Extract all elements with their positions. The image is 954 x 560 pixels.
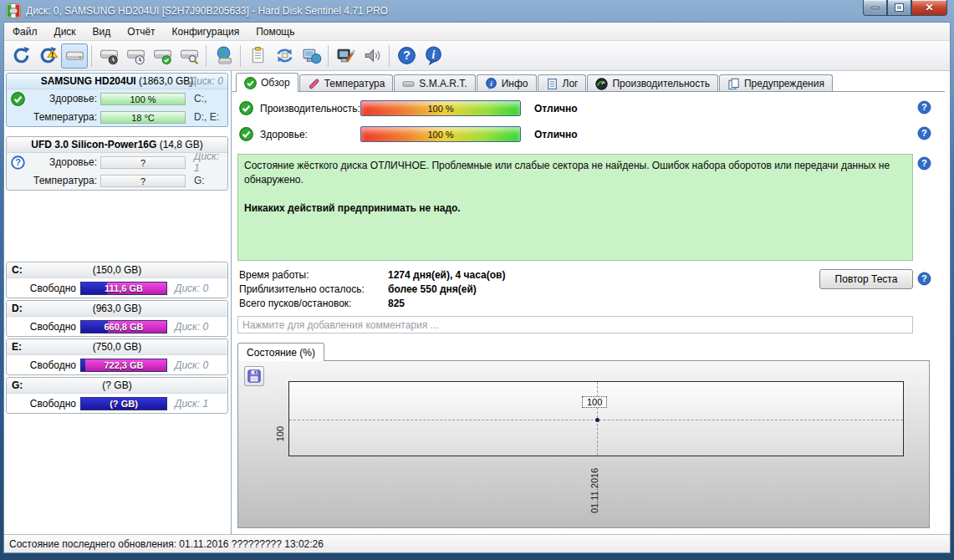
help-icon[interactable]: ?	[916, 155, 932, 171]
toolbar-separator	[91, 45, 92, 67]
tab-info[interactable]: i Инфо	[477, 74, 537, 92]
title-bar: Диск: 0, SAMSUNG HD204UI [S2H7J90B205633…	[0, 0, 954, 22]
comment-input[interactable]	[237, 316, 913, 333]
restore-button[interactable]	[887, 0, 911, 16]
disk-size: (14,8 GB)	[160, 139, 203, 150]
info-icon: i	[423, 45, 444, 66]
network-computer-icon	[301, 45, 322, 66]
x-axis-label: 01.11.2016	[589, 461, 599, 513]
performance-status: Отлично	[534, 103, 578, 115]
performance-label: Производительность:	[260, 103, 354, 115]
disk-item-ufd[interactable]: UFD 3.0 Silicon-Power16G (14,8 GB) ? Здо…	[6, 136, 228, 191]
disk-short-test-button[interactable]	[95, 43, 122, 69]
data-point-label: 100	[582, 396, 607, 408]
refresh-button[interactable]	[8, 43, 34, 69]
menu-bar: Файл Диск Вид Отчёт Конфигурация Помощь	[4, 23, 950, 41]
disk-health-row: ? Здоровье: ? Диск: 1	[7, 153, 227, 171]
disk-health-row: Здоровье: 100 % C:,	[7, 89, 227, 108]
disk-check-icon	[152, 45, 173, 66]
disk-item-samsung[interactable]: SAMSUNG HD204UI (1863,0 GB) Диск: 0 Здор…	[6, 73, 228, 127]
network-disks-button[interactable]	[210, 43, 237, 69]
menu-report[interactable]: Отчёт	[119, 23, 163, 40]
tab-label: Инфо	[502, 78, 528, 89]
disk-number: Диск: 1	[189, 150, 223, 174]
alerts-refresh-button[interactable]	[34, 43, 61, 69]
free-space-value: 722,3 GB	[81, 359, 166, 372]
stat-value: 1274 дня(ей), 4 часа(ов)	[388, 269, 505, 281]
save-chart-button[interactable]	[244, 366, 264, 386]
disk-dark-clock-icon	[99, 45, 120, 66]
menu-disk[interactable]: Диск	[46, 23, 84, 40]
send-report-button[interactable]	[271, 43, 298, 69]
refresh-warning-icon	[38, 45, 59, 66]
help-icon[interactable]: ?	[916, 99, 932, 115]
tab-log[interactable]: Лог	[538, 74, 587, 92]
free-space-value: 111,6 GB	[81, 283, 166, 295]
minimize-button[interactable]	[863, 0, 887, 16]
app-logo-icon	[6, 3, 21, 18]
help-button[interactable]: ?	[393, 43, 420, 69]
menu-help[interactable]: Помощь	[247, 23, 303, 40]
free-space-bar: (? GB)	[80, 397, 167, 410]
client-area: Файл Диск Вид Отчёт Конфигурация Помощь	[3, 22, 951, 553]
tab-label: Производительность	[612, 78, 709, 89]
stat-value: более 550 дня(ей)	[388, 283, 477, 295]
tab-overview[interactable]: Обзор	[236, 73, 298, 92]
tab-alerts[interactable]: Предупреждения	[719, 74, 833, 92]
remote-monitoring-button[interactable]	[298, 43, 324, 69]
chart-tab-status[interactable]: Состояние (%)	[237, 343, 324, 361]
tab-label: Предупреждения	[744, 78, 824, 89]
partition-item-d[interactable]: (963,0 GB) D: Свободно 660,8 GB Диск: 0	[6, 300, 228, 337]
disk-icon	[64, 45, 85, 66]
help-icon: ?	[396, 45, 417, 66]
report-button[interactable]	[244, 43, 271, 69]
free-label: Свободно	[11, 398, 76, 410]
partition-header: (963,0 GB) D:	[7, 301, 227, 317]
drive-letters: C:,	[189, 93, 223, 104]
partition-item-g[interactable]: (? GB) G: Свободно (? GB) Диск: 1	[6, 377, 228, 414]
sounds-button[interactable]	[359, 43, 385, 69]
close-button[interactable]: ✕	[911, 0, 947, 16]
ok-check-icon	[244, 77, 257, 89]
ok-check-icon	[239, 127, 253, 141]
temp-label: Температура:	[28, 175, 97, 186]
close-icon: ✕	[925, 2, 933, 13]
health-label: Здоровье:	[28, 156, 97, 168]
stat-row-power-on: Время работы: 1274 дня(ей), 4 часа(ов)	[239, 269, 505, 281]
status-action-text: Никаких действий предпринимать не надо.	[244, 201, 906, 216]
partition-size: (963,0 GB)	[7, 301, 227, 317]
tab-smart[interactable]: S.M.A.R.T.	[394, 74, 475, 92]
status-message-box: Состояние жёсткого диска ОТЛИЧНОЕ. Пробл…	[237, 154, 913, 261]
log-document-icon	[546, 78, 559, 90]
partition-letter: E:	[12, 341, 22, 353]
tab-temperature[interactable]: Температура	[299, 74, 394, 92]
partition-item-e[interactable]: (750,0 GB) E: Свободно 722,3 GB Диск: 0	[6, 339, 228, 375]
health-label: Здоровье:	[28, 93, 97, 104]
partition-letter: D:	[12, 303, 23, 314]
tab-bar: Обзор Температура S.M.A.R.T. i Инфо	[236, 73, 834, 92]
disk-overview-button[interactable]	[61, 43, 88, 69]
settings-button[interactable]	[332, 43, 359, 69]
disk-selftest-ok-button[interactable]	[149, 43, 176, 69]
refresh-icon	[11, 45, 32, 66]
toolbar-separator	[389, 45, 390, 67]
partition-item-c[interactable]: (150,0 GB) C: Свободно 111,6 GB Диск: 0	[6, 262, 228, 298]
svg-text:?: ?	[921, 102, 927, 112]
stat-label: Приблизительно осталось:	[239, 283, 388, 295]
free-label: Свободно	[11, 283, 76, 294]
disk-extended-test-button[interactable]	[122, 43, 149, 69]
menu-configuration[interactable]: Конфигурация	[164, 23, 248, 40]
disk-name: SAMSUNG HD204UI	[41, 75, 136, 87]
menu-view[interactable]: Вид	[84, 23, 120, 40]
help-icon[interactable]: ?	[916, 271, 932, 287]
menu-file[interactable]: Файл	[4, 23, 46, 40]
about-button[interactable]: i	[420, 43, 446, 69]
retest-button[interactable]: Повтор Теста	[819, 269, 913, 289]
thermometer-icon	[308, 78, 320, 90]
help-icon[interactable]: ?	[916, 125, 932, 141]
report-icon	[247, 45, 268, 66]
restore-icon	[895, 4, 903, 11]
disk-surface-test-button[interactable]	[176, 43, 202, 69]
tab-performance[interactable]: Производительность	[587, 74, 717, 92]
drive-letters: D:, E:	[189, 111, 223, 123]
